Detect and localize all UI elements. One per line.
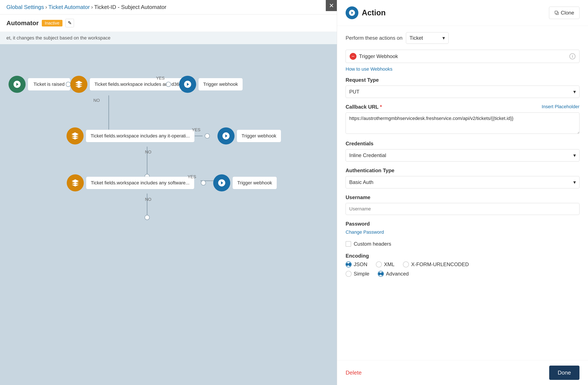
username-input[interactable] — [346, 203, 579, 215]
password-label: Password — [346, 221, 579, 227]
username-group: Username — [346, 194, 579, 215]
condition-3-label[interactable]: Ticket fields.workspace includes any sof… — [86, 177, 194, 189]
condition-node-2: Ticket fields.workspace includes any it-… — [66, 127, 195, 144]
action-3-label[interactable]: Trigger webhook — [232, 177, 277, 189]
action-3-icon — [213, 174, 230, 191]
action-node-2: Trigger webhook — [217, 127, 281, 144]
breadcrumb-global-settings[interactable]: Global Settings — [6, 4, 44, 10]
auth-type-value: Basic Auth — [349, 179, 373, 185]
perform-label: Perform these actions on — [346, 35, 402, 41]
condition-1-label[interactable]: Ticket fields.workspace includes any d36… — [89, 78, 187, 91]
username-label: Username — [346, 194, 579, 200]
action-node-3: Trigger webhook — [213, 174, 277, 191]
perform-on-value: Ticket — [410, 35, 423, 41]
action-panel-footer: Delete Done — [337, 360, 588, 385]
encoding-xml-option[interactable]: XML — [376, 261, 394, 267]
action-panel: Action Clone Perform these actions on Ti… — [337, 0, 588, 385]
yes-label-1: YES — [156, 76, 165, 81]
edit-button[interactable]: ✎ — [65, 19, 74, 27]
callback-url-input[interactable]: https://austrothermgmbhservicedesk.fresh… — [346, 113, 579, 134]
condition-2-label[interactable]: Ticket fields.workspace includes any it-… — [86, 130, 195, 142]
perform-on-dropdown[interactable]: Ticket ▾ — [406, 32, 449, 44]
custom-headers-label: Custom headers — [354, 241, 391, 247]
action-node-1: Trigger webhook — [179, 76, 243, 93]
encoding-json-option[interactable]: JSON — [346, 261, 367, 267]
clone-button[interactable]: Clone — [549, 7, 579, 19]
encoding-xml-label: XML — [384, 261, 394, 267]
clone-label: Clone — [561, 10, 574, 16]
encoding-label: Encoding — [346, 253, 579, 259]
how-to-webhooks-link[interactable]: How to use Webhooks — [346, 66, 579, 72]
credentials-label: Credentials — [346, 141, 579, 147]
auth-type-dropdown[interactable]: Basic Auth ▾ — [346, 176, 579, 188]
format-simple-radio[interactable] — [346, 271, 352, 277]
credentials-group: Credentials Inline Credential ▾ — [346, 141, 579, 161]
credentials-value: Inline Credential — [349, 152, 386, 158]
change-password-link[interactable]: Change Password — [346, 229, 579, 235]
perform-on-row: Perform these actions on Ticket ▾ — [346, 32, 579, 44]
connector-dot-1 — [66, 82, 71, 87]
credentials-dropdown[interactable]: Inline Credential ▾ — [346, 149, 579, 161]
canvas-area: Ticket is raised Ticket fields.workspace… — [0, 44, 337, 385]
format-simple-option[interactable]: Simple — [346, 271, 369, 277]
action-2-label[interactable]: Trigger webhook — [237, 130, 281, 142]
breadcrumb-ticket-automator[interactable]: Ticket Automator — [48, 4, 90, 10]
format-advanced-option[interactable]: Advanced — [378, 271, 409, 277]
format-advanced-label: Advanced — [386, 271, 409, 277]
webhook-row: − Trigger Webhook i — [346, 50, 579, 63]
connector-dot-3 — [205, 133, 210, 138]
webhook-label: Trigger Webhook — [359, 53, 567, 59]
trigger-node: Ticket is raised — [9, 76, 70, 93]
connector-dot-2 — [166, 82, 171, 87]
breadcrumb-current: Ticket-ID - Subject Automator — [94, 4, 167, 10]
svg-rect-15 — [555, 11, 558, 14]
action-2-icon — [217, 127, 234, 144]
condition-2-icon — [66, 127, 84, 144]
encoding-xform-label: X-FORM-URLENCODED — [411, 261, 469, 267]
encoding-json-radio[interactable] — [346, 261, 352, 267]
encoding-xml-radio[interactable] — [376, 261, 382, 267]
password-group: Password Change Password — [346, 221, 579, 235]
breadcrumb: Global Settings › Ticket Automator › Tic… — [0, 0, 337, 15]
no-label-1: NO — [93, 98, 100, 103]
breadcrumb-items: Global Settings › Ticket Automator › Tic… — [6, 4, 166, 10]
custom-headers-checkbox[interactable] — [346, 241, 351, 247]
insert-placeholder-link[interactable]: Insert Placeholder — [542, 104, 579, 110]
delete-button[interactable]: Delete — [346, 369, 362, 376]
encoding-json-label: JSON — [354, 261, 367, 267]
encoding-format-row: JSON XML X-FORM-URLENCODED — [346, 261, 579, 267]
no-label-3: NO — [145, 197, 151, 202]
request-type-label: Request Type — [346, 77, 579, 83]
custom-headers-row: Custom headers — [346, 241, 579, 247]
connector-dot-4 — [201, 180, 206, 185]
format-advanced-radio[interactable] — [378, 271, 384, 277]
automator-description: et, it changes the subject based on the … — [0, 32, 337, 44]
format-simple-label: Simple — [354, 271, 369, 277]
done-button[interactable]: Done — [549, 365, 579, 380]
action-title-row: Action — [346, 6, 386, 19]
auth-type-group: Authentication Type Basic Auth ▾ — [346, 168, 579, 188]
close-button[interactable]: ✕ — [326, 0, 337, 11]
remove-webhook-button[interactable]: − — [350, 53, 357, 60]
yes-label-2: YES — [192, 127, 200, 132]
condition-node-3: Ticket fields.workspace includes any sof… — [67, 174, 194, 191]
yes-label-3: YES — [188, 174, 196, 179]
trigger-label[interactable]: Ticket is raised — [28, 78, 70, 91]
webhook-info-icon: i — [569, 53, 575, 59]
auth-type-label: Authentication Type — [346, 168, 579, 174]
automator-title: Automator — [6, 20, 39, 27]
action-1-icon — [179, 76, 196, 93]
connector-dot-bottom — [145, 215, 150, 220]
encoding-section: Encoding JSON XML X-FORM-URLENCODED — [346, 253, 579, 277]
canvas-connectors — [0, 44, 337, 385]
callback-url-group: Callback URL * Insert Placeholder https:… — [346, 104, 579, 135]
action-panel-title: Action — [362, 8, 386, 17]
canvas-panel: ✕ Global Settings › Ticket Automator › T… — [0, 0, 337, 385]
request-type-group: Request Type PUT ▾ — [346, 77, 579, 98]
request-type-dropdown[interactable]: PUT ▾ — [346, 86, 579, 98]
action-panel-header: Action Clone — [337, 0, 588, 26]
action-1-label[interactable]: Trigger webhook — [198, 78, 243, 91]
encoding-xform-radio[interactable] — [403, 261, 409, 267]
condition-1-icon — [70, 76, 87, 93]
encoding-xform-option[interactable]: X-FORM-URLENCODED — [403, 261, 469, 267]
